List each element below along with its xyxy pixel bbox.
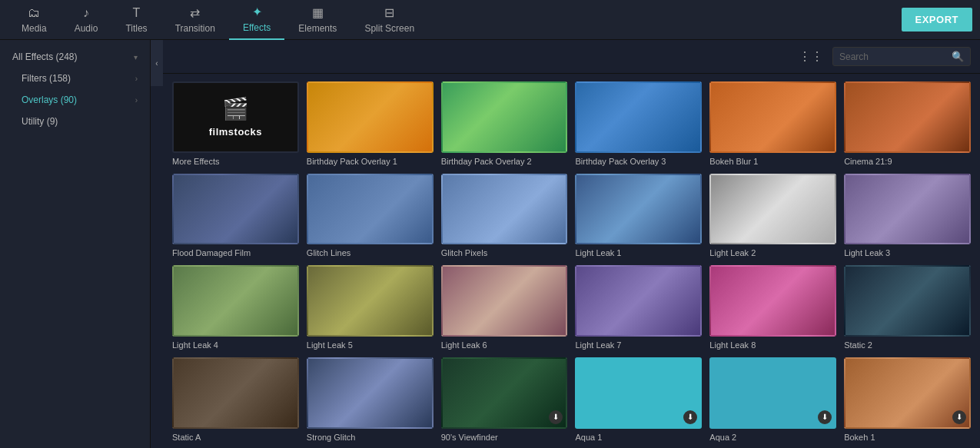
transition-icon: ⇄ — [190, 5, 200, 20]
grid-item-label-cinema: Cinema 21:9 — [844, 157, 971, 166]
grid-item-ll8[interactable]: Light Leak 8 — [709, 265, 836, 350]
grid-item-static2[interactable]: Static 2 — [844, 265, 971, 350]
download-badge: ⬇ — [549, 410, 563, 424]
grid-item-label-ll4: Light Leak 4 — [172, 340, 299, 350]
nav-label-audio: Audio — [75, 23, 98, 34]
nav-item-titles[interactable]: T Titles — [111, 0, 161, 40]
thumb-wrapper-glitch2 — [441, 174, 568, 245]
grid-item-label-ll6: Light Leak 6 — [441, 340, 568, 350]
grid-item-ll6[interactable]: Light Leak 6 — [441, 265, 568, 350]
search-input[interactable] — [839, 51, 947, 62]
splitscreen-icon: ⊟ — [384, 5, 394, 20]
nav-item-media[interactable]: 🗂 Media — [8, 0, 61, 40]
search-icon: 🔍 — [952, 51, 964, 62]
grid-item-bokeh[interactable]: Bokeh Blur 1 — [709, 81, 836, 166]
nav-label-media: Media — [22, 23, 47, 34]
grid-item-glitch1[interactable]: Glitch Lines — [307, 174, 434, 258]
grid-item-label-ll8: Light Leak 8 — [709, 340, 836, 350]
thumb-wrapper-glitch1 — [307, 174, 434, 245]
export-button[interactable]: EXPORT — [902, 8, 972, 32]
thumb-wrapper-ll6 — [441, 265, 568, 337]
media-icon: 🗂 — [28, 6, 40, 20]
grid-item-birthday1[interactable]: Birthday Pack Overlay 1 — [307, 81, 434, 166]
sidebar-item-utility[interactable]: Utility (9) — [0, 111, 150, 132]
search-box: 🔍 — [832, 47, 971, 66]
grid-item-label-aqua2: Aqua 2 — [709, 433, 836, 442]
nav-item-splitscreen[interactable]: ⊟ Split Screen — [350, 0, 428, 40]
main-layout: All Effects (248) ▾ Filters (158) › Over… — [0, 40, 980, 448]
grid-item-ll7[interactable]: Light Leak 7 — [575, 265, 702, 350]
nav-label-elements: Elements — [298, 23, 337, 34]
thumb-wrapper-cinema — [844, 81, 971, 153]
thumb-wrapper-ll4 — [172, 265, 299, 337]
content-area: ⋮⋮ 🔍 🎬 filmstocks More Effects — [163, 40, 980, 448]
thumb-wrapper-statica — [172, 357, 299, 429]
grid-item-label-90s: 90's Viewfinder — [441, 433, 568, 442]
effects-grid-scroll[interactable]: 🎬 filmstocks More Effects Birthday Pack … — [163, 74, 980, 448]
grid-item-label-bokeh: Bokeh Blur 1 — [709, 157, 836, 166]
sidebar-item-overlays[interactable]: Overlays (90) › — [0, 89, 150, 111]
nav-item-effects[interactable]: ✦ Effects — [229, 0, 284, 40]
thumb-wrapper-strongglitch — [307, 357, 434, 429]
grid-item-ll5[interactable]: Light Leak 5 — [307, 265, 434, 350]
thumb-wrapper-flood — [172, 174, 299, 245]
grid-item-ll2[interactable]: Light Leak 2 — [709, 174, 836, 258]
thumb-wrapper-aqua1: ⬇ — [575, 357, 702, 429]
grid-view-button[interactable]: ⋮⋮ — [796, 46, 826, 67]
nav-item-audio[interactable]: ♪ Audio — [61, 0, 112, 40]
sidebar-item-all-effects[interactable]: All Effects (248) ▾ — [0, 46, 150, 68]
thumb-wrapper-bokeh — [709, 81, 836, 153]
thumb-wrapper-ll5 — [307, 265, 434, 337]
expand-arrow-all-effects: ▾ — [134, 53, 138, 61]
nav-item-elements[interactable]: ▦ Elements — [284, 0, 350, 40]
grid-item-label-glitch2: Glitch Pixels — [441, 248, 568, 257]
effects-grid: 🎬 filmstocks More Effects Birthday Pack … — [172, 81, 971, 442]
grid-item-label-ll3: Light Leak 3 — [844, 248, 971, 257]
thumb-wrapper-ll7 — [575, 265, 702, 337]
grid-item-label-ll5: Light Leak 5 — [307, 340, 434, 350]
top-navigation: 🗂 Media ♪ Audio T Titles ⇄ Transition ✦ … — [0, 0, 980, 40]
grid-item-label-ll2: Light Leak 2 — [709, 248, 836, 257]
content-header: ⋮⋮ 🔍 — [163, 40, 980, 74]
grid-item-90s[interactable]: ⬇ 90's Viewfinder — [441, 357, 568, 442]
grid-item-label-statica: Static A — [172, 433, 299, 442]
nav-label-effects: Effects — [243, 22, 271, 33]
grid-item-cinema[interactable]: Cinema 21:9 — [844, 81, 971, 166]
sidebar: All Effects (248) ▾ Filters (158) › Over… — [0, 40, 151, 448]
nav-label-transition: Transition — [175, 23, 215, 34]
effects-icon: ✦ — [252, 5, 262, 19]
grid-item-ll4[interactable]: Light Leak 4 — [172, 265, 299, 350]
nav-item-transition[interactable]: ⇄ Transition — [161, 0, 229, 40]
grid-item-birthday3[interactable]: Birthday Pack Overlay 3 — [575, 81, 702, 166]
grid-item-aqua1[interactable]: ⬇ Aqua 1 — [575, 357, 702, 442]
download-badge: ⬇ — [818, 410, 832, 424]
nav-label-titles: Titles — [125, 23, 147, 34]
grid-item-bokeh1[interactable]: ⬇ Bokeh 1 — [844, 357, 971, 442]
titles-icon: T — [133, 6, 141, 20]
expand-arrow-filters: › — [135, 75, 138, 83]
thumb-wrapper-filmstocks: 🎬 filmstocks — [172, 81, 299, 153]
grid-item-flood[interactable]: Flood Damaged Film — [172, 174, 299, 258]
grid-item-filmstocks[interactable]: 🎬 filmstocks More Effects — [172, 81, 299, 166]
filmstocks-cube-icon: 🎬 — [222, 96, 249, 121]
thumb-wrapper-90s: ⬇ — [441, 357, 568, 429]
grid-item-label-birthday3: Birthday Pack Overlay 3 — [575, 157, 702, 166]
grid-item-glitch2[interactable]: Glitch Pixels — [441, 174, 568, 258]
thumb-wrapper-birthday2 — [441, 81, 568, 153]
sidebar-collapse-button[interactable]: ‹ — [151, 40, 163, 86]
grid-item-aqua2[interactable]: ⬇ Aqua 2 — [709, 357, 836, 442]
grid-item-ll1[interactable]: Light Leak 1 — [575, 174, 702, 258]
grid-item-birthday2[interactable]: Birthday Pack Overlay 2 — [441, 81, 568, 166]
nav-label-splitscreen: Split Screen — [364, 23, 414, 34]
grid-item-label-static2: Static 2 — [844, 340, 971, 350]
grid-item-statica[interactable]: Static A — [172, 357, 299, 442]
audio-icon: ♪ — [83, 6, 89, 20]
grid-item-ll3[interactable]: Light Leak 3 — [844, 174, 971, 258]
filmstocks-brand-text: filmstocks — [209, 126, 262, 138]
grid-item-label-filmstocks: More Effects — [172, 157, 299, 166]
sidebar-item-filters[interactable]: Filters (158) › — [0, 68, 150, 89]
thumb-wrapper-birthday3 — [575, 81, 702, 153]
thumb-wrapper-ll1 — [575, 174, 702, 245]
grid-item-strongglitch[interactable]: Strong Glitch — [307, 357, 434, 442]
grid-item-label-ll7: Light Leak 7 — [575, 340, 702, 350]
